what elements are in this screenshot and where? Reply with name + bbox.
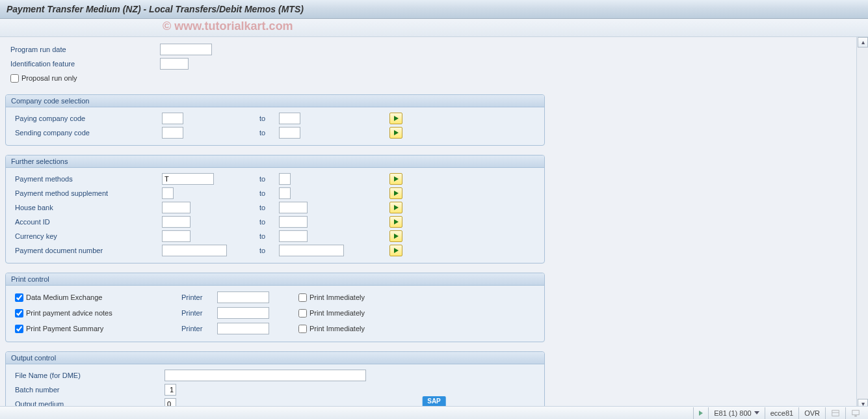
sending-company-code-to[interactable] [279,127,300,139]
payment-methods-from[interactable] [162,173,214,185]
print-immediately-label: Print Immediately [309,293,365,301]
status-mode: OVR [798,407,825,419]
print-payment-summary-label: Print Payment Summary [26,325,103,332]
payment-document-number-multi-select-button[interactable] [389,245,402,256]
print-control-group: Print control Data Medium Exchange Print… [5,273,545,342]
arrow-right-icon [394,234,399,239]
paying-company-code-to[interactable] [279,113,300,124]
sending-company-code-from[interactable] [162,127,183,139]
vertical-scrollbar[interactable]: ▴ ▾ [856,37,868,409]
proposal-run-only-checkbox[interactable] [10,74,19,83]
print-immediately-label: Print Immediately [309,325,365,332]
data-medium-exchange-checkbox[interactable] [15,293,23,302]
status-server: ecce81 [765,407,798,419]
to-label: to [259,218,279,226]
company-code-selection-group: Company code selection Paying company co… [5,94,545,146]
advice-printer-input[interactable] [217,307,269,319]
paying-company-code-label: Paying company code [15,115,162,122]
house-bank-label: House bank [15,204,162,211]
arrow-right-icon [394,191,399,196]
file-name-input[interactable] [164,370,366,381]
output-control-group: Output control File Name (for DME) Batch… [5,351,545,409]
dme-printer-input[interactable] [217,291,269,303]
svg-rect-0 [832,410,839,416]
chevron-down-icon [754,411,759,414]
arrow-right-icon [394,205,399,210]
status-session[interactable]: E81 (1) 800 [708,407,764,419]
currency-key-from[interactable] [162,230,191,242]
payment-document-number-to[interactable] [279,245,344,256]
print-payment-summary-checkbox[interactable] [15,325,23,333]
status-layout-icon[interactable] [825,407,845,419]
status-play-icon[interactable] [693,407,708,419]
sending-company-code-label: Sending company code [15,129,162,137]
program-run-date-label: Program run date [10,46,160,53]
payment-document-number-label: Payment document number [15,247,162,254]
batch-number-label: Batch number [15,386,164,394]
printer-label: Printer [181,309,217,317]
play-icon [699,411,703,416]
payment-method-supplement-label: Payment method supplement [15,189,162,197]
payment-method-supplement-from[interactable] [162,187,174,199]
status-local-layout-icon[interactable] [845,407,865,419]
application-toolbar [0,19,868,37]
summary-printer-input[interactable] [217,323,269,334]
to-label: to [259,232,279,240]
further-selections-group: Further selections Payment methods to Pa… [5,155,545,264]
to-label: to [259,175,279,183]
arrow-right-icon [394,130,399,135]
print-payment-advice-label: Print payment advice notes [26,309,112,317]
print-immediately-label: Print Immediately [309,309,365,317]
house-bank-from[interactable] [162,202,191,213]
company-code-selection-header: Company code selection [6,95,544,107]
summary-print-immediately-checkbox[interactable] [298,325,307,333]
house-bank-to[interactable] [279,202,308,213]
print-control-header: Print control [6,273,544,286]
output-control-header: Output control [6,352,544,364]
to-label: to [259,129,279,137]
printer-label: Printer [181,293,217,301]
program-run-date-input[interactable] [160,44,212,55]
to-label: to [259,189,279,197]
batch-number-input[interactable] [164,384,176,396]
payment-method-supplement-multi-select-button[interactable] [389,187,402,199]
account-id-from[interactable] [162,216,191,228]
account-id-multi-select-button[interactable] [389,216,402,228]
account-id-label: Account ID [15,218,162,226]
dme-print-immediately-checkbox[interactable] [298,293,307,302]
sending-company-code-multi-select-button[interactable] [389,127,402,139]
arrow-right-icon [394,248,399,253]
payment-document-number-from[interactable] [162,245,227,256]
proposal-run-only-label: Proposal run only [21,74,77,82]
currency-key-to[interactable] [279,230,308,242]
to-label: to [259,247,279,254]
scroll-up-button[interactable]: ▴ [858,37,868,47]
payment-method-supplement-to[interactable] [279,187,291,199]
currency-key-multi-select-button[interactable] [389,230,402,242]
data-medium-exchange-label: Data Medium Exchange [26,293,102,301]
file-name-label: File Name (for DME) [15,372,164,379]
paying-company-code-from[interactable] [162,113,183,124]
window-title-bar: Payment Transfer Medium (NZ) - Local Tra… [0,0,868,19]
payment-methods-label: Payment methods [15,175,162,183]
svg-rect-2 [852,410,860,414]
account-id-to[interactable] [279,216,308,228]
sap-logo: SAP [422,396,446,406]
house-bank-multi-select-button[interactable] [389,202,402,213]
layout-icon [831,409,840,418]
advice-print-immediately-checkbox[interactable] [298,309,307,318]
identification-feature-input[interactable] [160,58,189,70]
identification-feature-label: Identification feature [10,60,160,68]
payment-methods-to[interactable] [279,173,291,185]
payment-methods-multi-select-button[interactable] [389,173,402,185]
window-title: Payment Transfer Medium (NZ) - Local Tra… [7,4,304,14]
arrow-right-icon [394,176,399,182]
further-selections-header: Further selections [6,155,544,168]
print-payment-advice-checkbox[interactable] [15,309,23,318]
status-bar: E81 (1) 800 ecce81 OVR [0,406,868,419]
printer-label: Printer [181,325,217,332]
to-label: to [259,115,279,122]
to-label: to [259,204,279,211]
currency-key-label: Currency key [15,232,162,240]
paying-company-code-multi-select-button[interactable] [389,113,402,124]
